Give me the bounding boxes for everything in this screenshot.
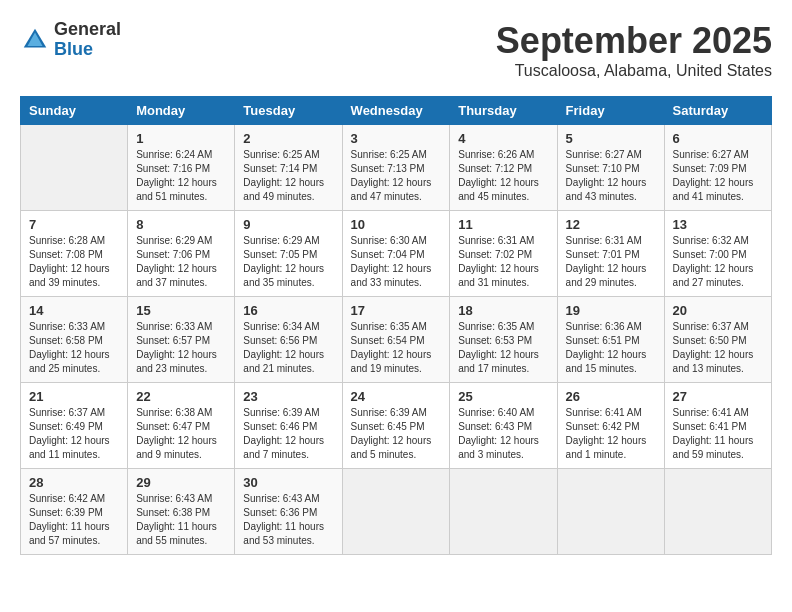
calendar-cell (342, 469, 450, 555)
day-number: 25 (458, 389, 548, 404)
calendar-cell: 1Sunrise: 6:24 AM Sunset: 7:16 PM Daylig… (128, 125, 235, 211)
calendar-cell: 11Sunrise: 6:31 AM Sunset: 7:02 PM Dayli… (450, 211, 557, 297)
calendar-cell: 7Sunrise: 6:28 AM Sunset: 7:08 PM Daylig… (21, 211, 128, 297)
logo-icon (20, 25, 50, 55)
day-info: Sunrise: 6:25 AM Sunset: 7:14 PM Dayligh… (243, 148, 333, 204)
day-number: 4 (458, 131, 548, 146)
day-info: Sunrise: 6:41 AM Sunset: 6:42 PM Dayligh… (566, 406, 656, 462)
calendar-cell: 14Sunrise: 6:33 AM Sunset: 6:58 PM Dayli… (21, 297, 128, 383)
calendar-cell: 22Sunrise: 6:38 AM Sunset: 6:47 PM Dayli… (128, 383, 235, 469)
day-number: 27 (673, 389, 763, 404)
header-row: SundayMondayTuesdayWednesdayThursdayFrid… (21, 97, 772, 125)
day-info: Sunrise: 6:37 AM Sunset: 6:49 PM Dayligh… (29, 406, 119, 462)
title-block: September 2025 Tuscaloosa, Alabama, Unit… (496, 20, 772, 80)
day-number: 22 (136, 389, 226, 404)
calendar-cell: 28Sunrise: 6:42 AM Sunset: 6:39 PM Dayli… (21, 469, 128, 555)
day-number: 23 (243, 389, 333, 404)
day-number: 18 (458, 303, 548, 318)
calendar-cell: 9Sunrise: 6:29 AM Sunset: 7:05 PM Daylig… (235, 211, 342, 297)
calendar-cell: 12Sunrise: 6:31 AM Sunset: 7:01 PM Dayli… (557, 211, 664, 297)
day-info: Sunrise: 6:35 AM Sunset: 6:54 PM Dayligh… (351, 320, 442, 376)
logo-general-text: General (54, 20, 121, 40)
day-info: Sunrise: 6:39 AM Sunset: 6:45 PM Dayligh… (351, 406, 442, 462)
header-cell-sunday: Sunday (21, 97, 128, 125)
calendar-cell: 19Sunrise: 6:36 AM Sunset: 6:51 PM Dayli… (557, 297, 664, 383)
calendar-cell: 21Sunrise: 6:37 AM Sunset: 6:49 PM Dayli… (21, 383, 128, 469)
calendar-cell: 2Sunrise: 6:25 AM Sunset: 7:14 PM Daylig… (235, 125, 342, 211)
calendar-cell: 17Sunrise: 6:35 AM Sunset: 6:54 PM Dayli… (342, 297, 450, 383)
calendar-cell (557, 469, 664, 555)
calendar-body: 1Sunrise: 6:24 AM Sunset: 7:16 PM Daylig… (21, 125, 772, 555)
calendar-cell: 10Sunrise: 6:30 AM Sunset: 7:04 PM Dayli… (342, 211, 450, 297)
day-number: 9 (243, 217, 333, 232)
calendar-subtitle: Tuscaloosa, Alabama, United States (496, 62, 772, 80)
day-number: 16 (243, 303, 333, 318)
calendar-cell: 30Sunrise: 6:43 AM Sunset: 6:36 PM Dayli… (235, 469, 342, 555)
day-number: 7 (29, 217, 119, 232)
header-cell-friday: Friday (557, 97, 664, 125)
header-cell-thursday: Thursday (450, 97, 557, 125)
calendar-cell (21, 125, 128, 211)
day-number: 29 (136, 475, 226, 490)
logo: General Blue (20, 20, 121, 60)
day-number: 19 (566, 303, 656, 318)
logo-text: General Blue (54, 20, 121, 60)
day-number: 14 (29, 303, 119, 318)
day-info: Sunrise: 6:31 AM Sunset: 7:01 PM Dayligh… (566, 234, 656, 290)
calendar-cell: 5Sunrise: 6:27 AM Sunset: 7:10 PM Daylig… (557, 125, 664, 211)
day-info: Sunrise: 6:33 AM Sunset: 6:58 PM Dayligh… (29, 320, 119, 376)
day-info: Sunrise: 6:37 AM Sunset: 6:50 PM Dayligh… (673, 320, 763, 376)
calendar-cell (450, 469, 557, 555)
page-header: General Blue September 2025 Tuscaloosa, … (20, 20, 772, 80)
day-info: Sunrise: 6:35 AM Sunset: 6:53 PM Dayligh… (458, 320, 548, 376)
day-info: Sunrise: 6:28 AM Sunset: 7:08 PM Dayligh… (29, 234, 119, 290)
calendar-cell: 27Sunrise: 6:41 AM Sunset: 6:41 PM Dayli… (664, 383, 771, 469)
day-number: 3 (351, 131, 442, 146)
calendar-title: September 2025 (496, 20, 772, 62)
day-info: Sunrise: 6:29 AM Sunset: 7:06 PM Dayligh… (136, 234, 226, 290)
day-number: 6 (673, 131, 763, 146)
day-info: Sunrise: 6:38 AM Sunset: 6:47 PM Dayligh… (136, 406, 226, 462)
calendar-cell: 25Sunrise: 6:40 AM Sunset: 6:43 PM Dayli… (450, 383, 557, 469)
day-number: 1 (136, 131, 226, 146)
calendar-cell: 8Sunrise: 6:29 AM Sunset: 7:06 PM Daylig… (128, 211, 235, 297)
calendar-cell: 15Sunrise: 6:33 AM Sunset: 6:57 PM Dayli… (128, 297, 235, 383)
day-info: Sunrise: 6:39 AM Sunset: 6:46 PM Dayligh… (243, 406, 333, 462)
calendar-cell: 23Sunrise: 6:39 AM Sunset: 6:46 PM Dayli… (235, 383, 342, 469)
day-info: Sunrise: 6:42 AM Sunset: 6:39 PM Dayligh… (29, 492, 119, 548)
week-row-0: 1Sunrise: 6:24 AM Sunset: 7:16 PM Daylig… (21, 125, 772, 211)
day-info: Sunrise: 6:43 AM Sunset: 6:38 PM Dayligh… (136, 492, 226, 548)
calendar-cell: 18Sunrise: 6:35 AM Sunset: 6:53 PM Dayli… (450, 297, 557, 383)
day-number: 2 (243, 131, 333, 146)
calendar-cell (664, 469, 771, 555)
week-row-2: 14Sunrise: 6:33 AM Sunset: 6:58 PM Dayli… (21, 297, 772, 383)
day-info: Sunrise: 6:27 AM Sunset: 7:09 PM Dayligh… (673, 148, 763, 204)
calendar-cell: 29Sunrise: 6:43 AM Sunset: 6:38 PM Dayli… (128, 469, 235, 555)
day-number: 30 (243, 475, 333, 490)
header-cell-monday: Monday (128, 97, 235, 125)
day-number: 20 (673, 303, 763, 318)
calendar-cell: 13Sunrise: 6:32 AM Sunset: 7:00 PM Dayli… (664, 211, 771, 297)
header-cell-wednesday: Wednesday (342, 97, 450, 125)
day-number: 17 (351, 303, 442, 318)
calendar-cell: 6Sunrise: 6:27 AM Sunset: 7:09 PM Daylig… (664, 125, 771, 211)
week-row-3: 21Sunrise: 6:37 AM Sunset: 6:49 PM Dayli… (21, 383, 772, 469)
day-info: Sunrise: 6:26 AM Sunset: 7:12 PM Dayligh… (458, 148, 548, 204)
day-info: Sunrise: 6:40 AM Sunset: 6:43 PM Dayligh… (458, 406, 548, 462)
calendar-table: SundayMondayTuesdayWednesdayThursdayFrid… (20, 96, 772, 555)
day-info: Sunrise: 6:27 AM Sunset: 7:10 PM Dayligh… (566, 148, 656, 204)
calendar-cell: 26Sunrise: 6:41 AM Sunset: 6:42 PM Dayli… (557, 383, 664, 469)
calendar-cell: 16Sunrise: 6:34 AM Sunset: 6:56 PM Dayli… (235, 297, 342, 383)
day-info: Sunrise: 6:31 AM Sunset: 7:02 PM Dayligh… (458, 234, 548, 290)
day-number: 28 (29, 475, 119, 490)
calendar-cell: 20Sunrise: 6:37 AM Sunset: 6:50 PM Dayli… (664, 297, 771, 383)
week-row-4: 28Sunrise: 6:42 AM Sunset: 6:39 PM Dayli… (21, 469, 772, 555)
day-number: 5 (566, 131, 656, 146)
calendar-cell: 4Sunrise: 6:26 AM Sunset: 7:12 PM Daylig… (450, 125, 557, 211)
day-info: Sunrise: 6:33 AM Sunset: 6:57 PM Dayligh… (136, 320, 226, 376)
day-info: Sunrise: 6:36 AM Sunset: 6:51 PM Dayligh… (566, 320, 656, 376)
day-number: 26 (566, 389, 656, 404)
day-info: Sunrise: 6:34 AM Sunset: 6:56 PM Dayligh… (243, 320, 333, 376)
day-info: Sunrise: 6:25 AM Sunset: 7:13 PM Dayligh… (351, 148, 442, 204)
day-number: 10 (351, 217, 442, 232)
